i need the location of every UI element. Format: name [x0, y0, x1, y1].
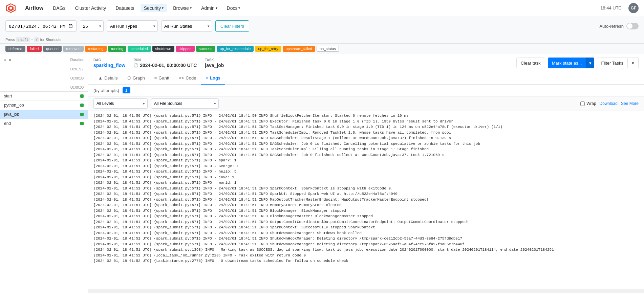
tab-details[interactable]: ▲ Details — [93, 72, 123, 85]
main-content: « » Duration 00:01:17 00:00:38 00:00:00 … — [0, 54, 644, 293]
run-section: Run 🕐 2024-02-01, 00:00:00 UTC — [133, 58, 197, 68]
security-dropdown-icon: ▾ — [162, 6, 164, 10]
docs-dropdown-icon: ▾ — [238, 6, 240, 10]
status-badge-removed[interactable]: removed — [63, 46, 84, 52]
run-clock-icon: 🕐 — [133, 63, 138, 68]
task-label: Task — [205, 58, 224, 62]
duration-val-2: 00:00:38 — [70, 76, 84, 80]
details-tab-label: Details — [104, 75, 118, 81]
mark-state-main-button[interactable]: Mark state as... — [548, 58, 586, 68]
task-value: java_job — [205, 63, 224, 68]
nav-datasets[interactable]: Datasets — [112, 4, 137, 12]
task-name-start: start — [4, 94, 78, 98]
logs-tab-icon: ≡ — [206, 75, 208, 81]
run-label: Run — [133, 58, 197, 62]
dag-label: DAG — [93, 58, 125, 62]
status-badge-scheduled[interactable]: scheduled — [128, 46, 151, 52]
app-logo — [5, 3, 16, 14]
task-item-java_job[interactable]: java_job — [0, 110, 88, 119]
duration-val-3: 00:00:00 — [70, 86, 84, 89]
tab-gantt[interactable]: ≡ Gantt — [150, 72, 174, 85]
log-actions: Wrap Download See More — [580, 101, 639, 106]
horizontal-scrollbar[interactable] — [88, 289, 644, 293]
nav-admin[interactable]: Admin ▾ — [198, 4, 221, 12]
status-badge-running[interactable]: running — [108, 46, 127, 52]
see-more-button[interactable]: See More — [621, 101, 639, 106]
duration-column-label: Duration — [70, 58, 84, 62]
download-button[interactable]: Download — [600, 101, 618, 106]
log-filter-row: All Levels All File Sources Wrap Downloa… — [88, 96, 644, 111]
attempt-1-badge[interactable]: 1 — [123, 87, 130, 93]
status-badge-up_for_retry[interactable]: up_for_retry — [255, 46, 281, 52]
left-sidebar: « » Duration 00:01:17 00:00:38 00:00:00 … — [0, 54, 88, 293]
nav-security[interactable]: Security ▾ — [141, 4, 167, 12]
run-types-select[interactable]: All Run Types — [107, 20, 158, 32]
status-badge-up_for_reschedule[interactable]: up_for_reschedule — [217, 46, 254, 52]
tab-graph[interactable]: ⬡ Graph — [123, 72, 150, 85]
brand-name: Airflow — [22, 4, 47, 13]
filter-bar: 25 All Run Types All Run States Clear Fi… — [0, 16, 644, 36]
filter-tasks-main-button[interactable]: Filter Tasks — [597, 58, 628, 68]
filter-tasks-split-button: Filter Tasks ▾ — [597, 58, 639, 68]
log-level-select[interactable]: All Levels — [93, 98, 148, 109]
run-count-select[interactable]: 25 — [80, 20, 104, 32]
dag-value[interactable]: sparking_flow — [93, 63, 125, 68]
status-badge-success[interactable]: success — [196, 46, 216, 52]
expand-button[interactable]: » — [9, 57, 12, 62]
nav-dags[interactable]: DAGs — [49, 4, 69, 12]
clear-filters-button[interactable]: Clear Filters — [215, 20, 249, 32]
right-content: DAG sparking_flow Run 🕐 2024-02-01, 00:0… — [88, 54, 644, 293]
run-count-wrap: 25 — [80, 20, 104, 32]
log-source-select[interactable]: All File Sources — [151, 98, 219, 109]
task-dot-start — [80, 94, 84, 98]
task-name-end: end — [4, 121, 78, 126]
svg-point-2 — [9, 7, 12, 9]
nav-cluster-activity[interactable]: Cluster Activity — [72, 4, 110, 12]
status-badge-shutdown[interactable]: shutdown — [152, 46, 174, 52]
status-badge-upstream_failed[interactable]: upstream_failed — [283, 46, 315, 52]
status-badge-deferred[interactable]: deferred — [5, 46, 25, 52]
duration-val-1: 00:01:17 — [70, 67, 84, 71]
task-name-java_job: java_job — [4, 112, 78, 117]
task-section: Task java_job — [205, 58, 224, 68]
gantt-tab-icon: ≡ — [154, 75, 157, 81]
wrap-checkbox[interactable] — [580, 102, 585, 106]
run-types-wrap: All Run Types — [107, 20, 158, 32]
attempts-label: (by attempts) — [93, 88, 119, 93]
date-filter[interactable] — [5, 20, 77, 32]
dag-header: DAG sparking_flow Run 🕐 2024-02-01, 00:0… — [88, 54, 644, 72]
nav-browse[interactable]: Browse ▾ — [170, 4, 195, 12]
shortcuts-hint: Press shift + / for Shortcuts — [0, 36, 644, 44]
user-avatar[interactable]: GF — [628, 3, 639, 13]
task-item-start[interactable]: start — [0, 92, 88, 101]
nav-time: 18:44 UTC — [600, 5, 622, 10]
status-badge-failed[interactable]: failed — [27, 46, 42, 52]
status-badge-no_status[interactable]: no_status — [317, 46, 339, 52]
task-item-python_job[interactable]: python_job — [0, 101, 88, 110]
graph-tab-icon: ⬡ — [127, 75, 131, 81]
admin-dropdown-icon: ▾ — [216, 6, 217, 10]
task-dot-python_job — [80, 104, 84, 107]
auto-refresh-toggle[interactable] — [626, 23, 639, 29]
mark-state-dropdown-button[interactable]: ▾ — [586, 58, 594, 68]
top-nav: Airflow DAGs Cluster Activity Datasets S… — [0, 0, 644, 16]
tab-code[interactable]: <> Code — [174, 72, 201, 85]
logs-tab-label: Logs — [210, 75, 220, 81]
nav-docs[interactable]: Docs ▾ — [223, 4, 244, 12]
run-value: 🕐 2024-02-01, 00:00:00 UTC — [133, 63, 197, 68]
filter-tasks-dropdown-button[interactable]: ▾ — [628, 58, 639, 68]
clear-task-button[interactable]: Clear task — [516, 58, 545, 68]
run-states-select[interactable]: All Run States — [161, 20, 212, 32]
status-badge-queued[interactable]: queued — [43, 46, 62, 52]
sidebar-header: « » Duration — [0, 54, 88, 65]
collapse-button[interactable]: « — [3, 57, 6, 62]
tab-logs[interactable]: ≡ Logs — [201, 72, 225, 85]
mark-state-split-button: Mark state as... ▾ — [548, 58, 594, 68]
task-item-end[interactable]: end — [0, 119, 88, 128]
log-content[interactable]: [2024-02-01, 18:41:50 UTC] {spark_submit… — [88, 111, 644, 289]
graph-tab-label: Graph — [133, 75, 145, 81]
status-badge-restarting[interactable]: restarting — [85, 46, 107, 52]
wrap-label[interactable]: Wrap — [580, 101, 596, 106]
status-badge-skipped[interactable]: skipped — [176, 46, 195, 52]
task-dot-java_job — [80, 113, 84, 116]
